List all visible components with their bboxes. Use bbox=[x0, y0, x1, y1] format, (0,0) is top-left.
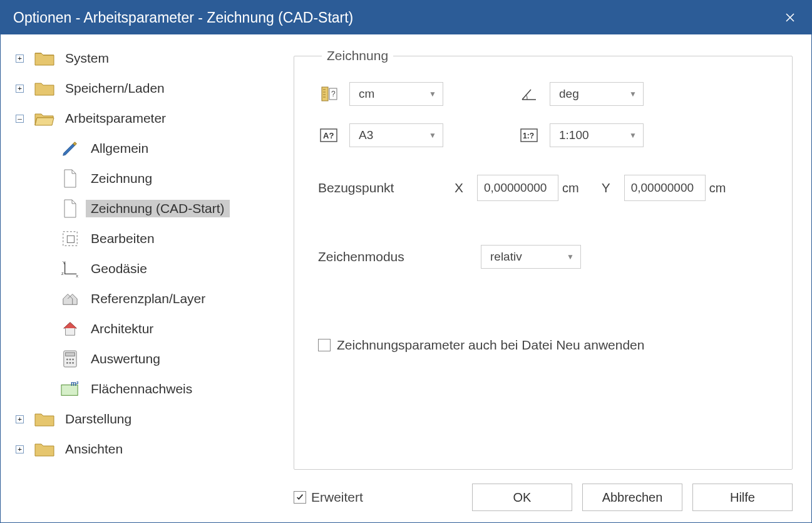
x-unit: cm bbox=[562, 181, 579, 195]
expander-icon[interactable]: + bbox=[16, 415, 24, 423]
tree-label: Architektur bbox=[86, 320, 158, 338]
expander-icon[interactable]: – bbox=[16, 115, 24, 123]
tree-label: Speichern/Laden bbox=[60, 80, 170, 97]
expander-icon[interactable]: + bbox=[16, 85, 24, 93]
expander-icon[interactable]: + bbox=[16, 54, 24, 63]
tree-item-auswertung[interactable]: Auswertung bbox=[59, 344, 279, 374]
group-legend: Zeichnung bbox=[322, 48, 393, 63]
nav-tree: + System + Speichern/Laden – Arbeitspara… bbox=[1, 34, 282, 522]
document-icon bbox=[59, 168, 81, 189]
cancel-button[interactable]: Abbrechen bbox=[582, 484, 682, 511]
svg-text:x: x bbox=[76, 273, 78, 277]
svg-point-10 bbox=[66, 362, 68, 364]
tree-item-zeichnung[interactable]: Zeichnung bbox=[59, 163, 279, 194]
tree-item-flachennachweis[interactable]: m² Flächennachweis bbox=[59, 374, 279, 404]
dropdown-value: cm bbox=[359, 87, 374, 101]
dropdown-value: A3 bbox=[359, 128, 373, 142]
erweitert-checkbox[interactable] bbox=[294, 491, 306, 504]
chevron-down-icon: ▼ bbox=[429, 131, 436, 140]
tree-item-allgemein[interactable]: Allgemein bbox=[59, 133, 279, 163]
bezugspunkt-label: Bezugspunkt bbox=[318, 180, 450, 195]
tree-label: Referenzplan/Layer bbox=[86, 290, 210, 308]
svg-text:z: z bbox=[61, 271, 64, 276]
house-icon bbox=[59, 318, 81, 339]
window-title: Optionen - Arbeitsparameter - Zeichnung … bbox=[13, 9, 353, 26]
folder-icon bbox=[34, 438, 55, 460]
ok-button[interactable]: OK bbox=[472, 484, 572, 511]
settings-pane: Zeichnung ? cm ▼ deg bbox=[282, 34, 811, 522]
unit-angle-dropdown[interactable]: deg ▼ bbox=[550, 82, 644, 106]
apply-on-new-checkbox[interactable] bbox=[318, 339, 331, 351]
tree-label: Allgemein bbox=[86, 140, 153, 157]
svg-rect-15 bbox=[322, 87, 328, 101]
chevron-down-icon: ▼ bbox=[429, 90, 436, 98]
tree-item-bearbeiten[interactable]: Bearbeiten bbox=[59, 224, 279, 254]
tree-label: Geodäsie bbox=[86, 260, 152, 277]
tree-item-speichern[interactable]: + Speichern/Laden bbox=[16, 73, 279, 103]
area-icon: m² bbox=[59, 378, 81, 400]
tree-item-zeichnung-cad[interactable]: Zeichnung (CAD-Start) bbox=[59, 194, 279, 224]
tree-label-selected: Zeichnung (CAD-Start) bbox=[86, 200, 230, 217]
help-button[interactable]: Hilfe bbox=[692, 484, 793, 511]
dropdown-value: relativ bbox=[490, 250, 522, 264]
folder-icon bbox=[34, 408, 55, 430]
svg-point-7 bbox=[66, 359, 68, 361]
dialog-footer: Erweitert OK Abbrechen Hilfe bbox=[294, 470, 793, 515]
svg-point-12 bbox=[72, 362, 74, 364]
close-button[interactable] bbox=[778, 5, 803, 30]
angle-icon bbox=[518, 83, 540, 105]
tree-item-ansichten[interactable]: + Ansichten bbox=[16, 434, 279, 464]
paper-format-icon: A? bbox=[318, 125, 339, 146]
title-bar: Optionen - Arbeitsparameter - Zeichnung … bbox=[1, 1, 811, 34]
chevron-down-icon: ▼ bbox=[567, 252, 574, 261]
y-unit: cm bbox=[709, 181, 726, 195]
tree-item-arbeitsparameter[interactable]: – Arbeitsparameter bbox=[16, 103, 279, 133]
tree-item-darstellung[interactable]: + Darstellung bbox=[16, 404, 279, 434]
document-icon bbox=[59, 198, 81, 219]
svg-rect-6 bbox=[66, 353, 75, 356]
chevron-down-icon: ▼ bbox=[629, 90, 637, 98]
y-label: Y bbox=[597, 180, 615, 195]
ruler-icon: ? bbox=[318, 83, 339, 105]
zeichnung-group: Zeichnung ? cm ▼ deg bbox=[294, 48, 793, 470]
svg-text:m²: m² bbox=[71, 380, 79, 387]
scale-icon: 1:? bbox=[518, 125, 540, 146]
zeichenmodus-dropdown[interactable]: relativ ▼ bbox=[481, 245, 581, 269]
erweitert-label: Erweitert bbox=[311, 490, 363, 505]
unit-length-dropdown[interactable]: cm ▼ bbox=[349, 82, 443, 106]
tree-item-geodasie[interactable]: Yzx Geodäsie bbox=[59, 254, 279, 284]
svg-rect-0 bbox=[63, 232, 77, 246]
svg-text:1:?: 1:? bbox=[523, 132, 534, 140]
svg-point-8 bbox=[69, 359, 71, 361]
svg-rect-1 bbox=[67, 236, 74, 242]
tree-label: Flächennachweis bbox=[86, 380, 197, 398]
tree-label: Zeichnung bbox=[86, 170, 157, 187]
expander-icon[interactable]: + bbox=[16, 445, 24, 453]
folder-icon bbox=[34, 48, 55, 69]
tree-item-architektur[interactable]: Architektur bbox=[59, 314, 279, 344]
house-layer-icon bbox=[59, 288, 81, 309]
axis-icon: Yzx bbox=[59, 258, 81, 279]
tree-item-referenzplan[interactable]: Referenzplan/Layer bbox=[59, 284, 279, 314]
dropdown-value: 1:100 bbox=[559, 128, 589, 142]
apply-on-new-label: Zeichnungsparameter auch bei Datei Neu a… bbox=[337, 338, 644, 353]
tree-item-system[interactable]: + System bbox=[16, 43, 279, 73]
tree-label: System bbox=[60, 49, 114, 67]
paper-format-dropdown[interactable]: A3 ▼ bbox=[349, 123, 443, 147]
svg-text:A?: A? bbox=[323, 131, 334, 140]
svg-point-9 bbox=[72, 359, 74, 361]
tree-label: Darstellung bbox=[60, 410, 136, 428]
calculator-icon bbox=[59, 348, 81, 370]
svg-text:?: ? bbox=[331, 90, 336, 98]
tree-label: Ansichten bbox=[60, 440, 128, 458]
pencil-icon bbox=[59, 138, 81, 159]
y-value-input[interactable]: 0,00000000 bbox=[624, 175, 706, 201]
tree-label: Arbeitsparameter bbox=[60, 110, 171, 127]
scale-dropdown[interactable]: 1:100 ▼ bbox=[550, 123, 644, 147]
folder-icon bbox=[34, 78, 55, 99]
dropdown-value: deg bbox=[559, 87, 579, 101]
tree-label: Bearbeiten bbox=[86, 230, 160, 247]
x-value-input[interactable]: 0,00000000 bbox=[477, 175, 558, 201]
tree-label: Auswertung bbox=[86, 350, 165, 368]
svg-text:Y: Y bbox=[63, 260, 66, 266]
